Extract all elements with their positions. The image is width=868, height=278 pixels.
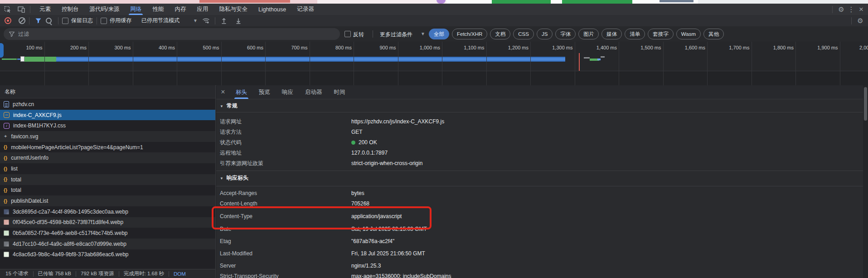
devtools-tab-内存[interactable]: 内存: [169, 4, 191, 15]
request-name: pzhdv.cn: [13, 101, 34, 107]
devtools-tab-源代码/来源[interactable]: 源代码/来源: [84, 4, 125, 15]
chevron-down-icon[interactable]: ▼: [193, 18, 198, 23]
filter-chip-套接字[interactable]: 套接字: [648, 29, 674, 39]
network-overview-timeline[interactable]: 100 ms200 ms300 ms400 ms500 ms600 ms700 …: [0, 42, 868, 86]
devtools-tab-性能[interactable]: 性能: [147, 4, 169, 15]
close-devtools-icon[interactable]: ×: [856, 5, 866, 15]
devtools-tab-网络[interactable]: 网络: [125, 4, 147, 15]
inspect-element-icon[interactable]: [3, 5, 13, 15]
section-header-常规[interactable]: ▼常规: [220, 102, 238, 110]
details-tab-预览[interactable]: 预览: [253, 85, 276, 99]
devtools-tabbar: 元素控制台源代码/来源网络性能内存应用隐私与安全Lighthouse记录器 ⚙ …: [0, 4, 868, 15]
network-conditions-wifi-icon[interactable]: [201, 16, 211, 26]
statusbar-item[interactable]: DOM: [174, 271, 186, 277]
overview-mini-blue-bar: [17, 59, 20, 60]
invert-filter-checkbox[interactable]: [344, 31, 351, 37]
timeline-tick-label: 1,200 ms: [487, 45, 529, 51]
details-tab-响应[interactable]: 响应: [276, 85, 299, 99]
request-name: favicon.svg: [11, 133, 38, 140]
filter-chip-JS[interactable]: JS: [537, 29, 553, 39]
devtools-tab-Lighthouse[interactable]: Lighthouse: [253, 4, 291, 15]
scrollbar-thumb[interactable]: [864, 87, 867, 121]
image-thumbnail-icon: [4, 219, 9, 225]
request-row[interactable]: {}publishDateList: [0, 195, 215, 206]
request-row[interactable]: /index-BM1H7KYJ.css: [0, 120, 215, 131]
request-row[interactable]: {}list: [0, 163, 215, 174]
kebab-menu-icon[interactable]: ⋮: [846, 5, 856, 15]
devtools-tab-记录器[interactable]: 记录器: [291, 4, 320, 15]
request-name: index-C_AXKCF9.js: [13, 112, 62, 118]
request-row[interactable]: 0b5a0852-f73e-4e69-aeb8-c517f4bc74b5.web…: [0, 228, 215, 239]
filter-chip-字体[interactable]: 字体: [555, 29, 576, 39]
chevron-down-icon[interactable]: ▼: [421, 31, 425, 36]
timeline-tick-label: 1,600 ms: [664, 45, 705, 51]
preserve-log-checkbox[interactable]: [62, 18, 68, 24]
filter-chip-文档[interactable]: 文档: [490, 29, 510, 39]
filter-chip-清单[interactable]: 清单: [625, 29, 645, 39]
header-value: bytes: [351, 189, 364, 197]
request-name: total: [11, 187, 21, 193]
filter-funnel-icon[interactable]: [33, 16, 43, 26]
filter-chip-其他[interactable]: 其他: [703, 29, 724, 39]
filter-chip-全部[interactable]: 全部: [429, 29, 449, 39]
request-row[interactable]: pzhdv.cn: [0, 99, 215, 110]
devtools-tab-元素[interactable]: 元素: [34, 4, 56, 15]
filter-placeholder: 过滤: [18, 30, 29, 38]
section-header-响应标头[interactable]: ▼响应标头: [220, 174, 248, 182]
image-thumbnail-icon: [4, 241, 9, 247]
filter-chip-媒体[interactable]: 媒体: [601, 29, 622, 39]
toolbar-divider: [97, 17, 97, 24]
header-value: application/javascript: [351, 212, 402, 220]
details-tab-启动器[interactable]: 启动器: [299, 85, 328, 99]
request-row[interactable]: ✦favicon.svg: [0, 131, 215, 142]
filter-chip-图片[interactable]: 图片: [578, 29, 599, 39]
overview-substrip: [0, 71, 868, 85]
statusbar-item: 完成用时: 1.68 秒: [124, 270, 164, 277]
clear-network-log-icon[interactable]: [19, 17, 25, 24]
header-value: 200 OK: [351, 138, 377, 146]
settings-gear-icon[interactable]: ⚙: [836, 5, 846, 15]
request-row[interactable]: {}total: [0, 185, 215, 196]
details-tab-时间[interactable]: 时间: [328, 85, 351, 99]
toolbar-divider: [29, 17, 29, 24]
timeline-tick-label: 600 ms: [222, 45, 263, 51]
close-details-icon[interactable]: ×: [216, 88, 230, 96]
request-row[interactable]: {}total: [0, 174, 215, 185]
disable-cache-checkbox[interactable]: [101, 18, 107, 24]
request-row[interactable]: ‹›index-C_AXKCF9.js: [0, 110, 215, 121]
devtools-tab-隐私与安全[interactable]: 隐私与安全: [213, 4, 253, 15]
status-green-dot-icon: [351, 141, 355, 145]
details-scrollbar[interactable]: [863, 85, 868, 278]
name-column-header[interactable]: 名称: [0, 85, 215, 98]
request-row[interactable]: {}mobileHomePageArticleList?pageSize=4&p…: [0, 142, 215, 153]
search-icon[interactable]: [46, 18, 52, 24]
filter-input[interactable]: 过滤: [4, 28, 340, 40]
details-tab-标头[interactable]: 标头: [230, 85, 253, 99]
filter-chip-Wasm[interactable]: Wasm: [676, 29, 701, 39]
xhr-icon: {}: [4, 177, 7, 182]
request-row[interactable]: 4d17cc10-46cf-4a9c-a8f6-e8cac07d999e.web…: [0, 239, 215, 249]
toolbar-divider: [373, 30, 373, 38]
import-har-icon[interactable]: [219, 16, 229, 26]
overview-green-bar: [24, 57, 56, 62]
devtools-tab-控制台[interactable]: 控制台: [56, 4, 84, 15]
devtools-tab-应用[interactable]: 应用: [191, 4, 213, 15]
request-type-chips: 全部Fetch/XHR文档CSSJS字体图片媒体清单套接字Wasm其他: [429, 29, 724, 39]
header-value: max-age=31536000; includeSubDomains: [351, 272, 451, 278]
throttling-select[interactable]: 已停用节流模式: [141, 17, 179, 24]
request-row[interactable]: 3dc8695d-c2a7-4c4f-896b-1495c3dec0aa.web…: [0, 206, 215, 217]
network-settings-gear-icon[interactable]: ⚙: [855, 16, 865, 26]
request-row[interactable]: 4c8ac6d3-9b8c-4a49-9bf8-373ab686eac6.web…: [0, 249, 215, 260]
export-har-icon[interactable]: [233, 16, 243, 26]
timeline-tick-label: 1,300 ms: [531, 45, 573, 51]
statusbar-divider: [119, 271, 119, 277]
request-row[interactable]: {}currentUserInfo: [0, 152, 215, 163]
more-filters-button[interactable]: 更多过滤条件: [380, 31, 412, 39]
filter-chip-Fetch/XHR[interactable]: Fetch/XHR: [452, 29, 487, 39]
device-toolbar-icon[interactable]: [16, 5, 26, 15]
timeline-tick-label: 400 ms: [133, 45, 175, 51]
request-row[interactable]: 0f045ce0-df35-4598-bb82-73f87f1d8fe4.web…: [0, 217, 215, 228]
network-toolbar: 保留日志 停用缓存 已停用节流模式 ▼ ⚙: [0, 15, 868, 27]
record-network-log-icon[interactable]: [5, 17, 11, 24]
filter-chip-CSS[interactable]: CSS: [513, 29, 534, 39]
